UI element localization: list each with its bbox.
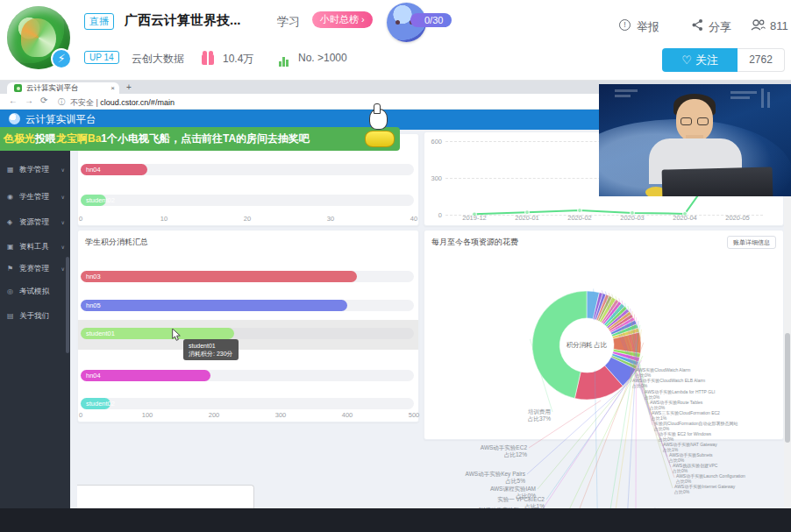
y-tick: 600 (426, 138, 442, 145)
bar-hn04[interactable]: hn04 (81, 164, 147, 175)
x-tick: 0 (68, 215, 94, 223)
sidebar-item-contest[interactable]: ⚑竞赛管理∨ (0, 262, 70, 275)
pie-label: AWS动手实验Internet Gateway占比0% (674, 485, 735, 495)
logo-swirl (21, 18, 56, 57)
sidebar-scrollbar[interactable] (66, 257, 69, 353)
chevron-down-icon: ∨ (61, 241, 65, 254)
pie-label-pct: 占比0% (448, 493, 536, 500)
bar-hn04[interactable]: hn04 (81, 370, 210, 381)
y-tick: 300 (426, 174, 442, 182)
pie-label-name: AWS课程实验IAM (448, 486, 536, 493)
up-level-badge: UP 14 (84, 51, 119, 64)
sidebar-item-label: 教学管理 (19, 163, 49, 176)
pie-label-pct: 占比12% (439, 451, 527, 458)
streamer-logo[interactable]: ⚡ (7, 6, 70, 69)
browser-status-bubble (77, 485, 254, 508)
chart-title: 学生积分消耗汇总 (85, 237, 148, 248)
bar-hn03[interactable]: hn03 (81, 271, 357, 282)
pie-label-name: AWS动手实验EC2 (439, 444, 527, 451)
pie-label: AWS动手实验Launch Configuration占比0% (676, 474, 745, 485)
pie-label: AWS三车实验CloudFormation EC2占比1% (652, 411, 720, 422)
x-tick: 300 (267, 411, 294, 419)
bar-hn05[interactable]: hn05 (81, 300, 347, 311)
bar-student02[interactable]: student02 (81, 398, 110, 409)
forward-icon[interactable]: → (25, 96, 33, 105)
sidebar-item-label: 考试模拟 (19, 285, 49, 298)
pie-label: AWS动手实验NAT Gateway占比1% (663, 443, 717, 453)
pie-label: 培训费用占比37% (463, 408, 551, 422)
rank-bars-icon (279, 51, 289, 67)
sidebar-item-label: 资料工具 (19, 240, 49, 253)
security-label: 不安全 (70, 98, 94, 107)
chevron-down-icon: ∨ (61, 263, 65, 276)
bar-student01[interactable]: student01 (81, 328, 234, 339)
sidebar-item-tools[interactable]: ▣资料工具∨ (0, 240, 70, 253)
sidebar-item-about[interactable]: ▤关于我们 (0, 309, 70, 323)
hover-tooltip: student01消耗积分: 230分 (183, 339, 239, 360)
tooltip-line1: student01 (189, 342, 233, 350)
rank-number: No. >1000 (298, 52, 347, 64)
about-icon: ▤ (7, 309, 14, 323)
gifter-name: 色极光 (4, 132, 35, 145)
sidebar-item-label: 资源管理 (19, 216, 49, 229)
viewers-icon (751, 18, 766, 32)
new-tab-button[interactable]: + (126, 82, 132, 92)
x-tick: 30 (317, 215, 344, 223)
hour-rank-pill[interactable]: 小时总榜 › (312, 11, 373, 28)
gift-icon (202, 54, 214, 65)
chevron-down-icon: ∨ (61, 164, 65, 177)
screen: ⚡ 直播 广西云计算世界技... 学习 小时总榜 › 0/30 ! 举报 分享 … (0, 0, 791, 532)
info-icon[interactable]: ⓘ (58, 97, 65, 107)
up-name[interactable]: 云创大数据 (132, 52, 184, 67)
tab-title: 云计算实训平台 (26, 83, 79, 92)
scrollbar-thumb[interactable] (785, 333, 790, 443)
pie-label-pct: 占比0% (650, 406, 702, 411)
pie-label: AWS实验CloudWatch Alarm占比0% (636, 368, 690, 379)
pie-label-pct: 占比0% (632, 384, 705, 389)
report-icon[interactable]: ! (619, 19, 631, 31)
viewers-count: 811 (770, 19, 788, 32)
target-name: 龙宝啊Ba (56, 132, 101, 145)
pie-label: AWS动手实验CloudWatch ELB Alarm占比0% (632, 379, 705, 389)
sidebar-item-label: 关于我们 (19, 309, 49, 323)
refresh-icon[interactable]: ⟳ (40, 96, 47, 105)
x-tick: 2020-01 (511, 214, 543, 222)
category-link[interactable]: 学习 (277, 14, 300, 30)
pie-label: AWS动手实验Route Tables占比0% (650, 401, 702, 411)
x-tick: 2020-03 (616, 214, 648, 222)
pie-label-pct: 占比0% (654, 427, 738, 432)
bar-student02[interactable]: student02 (81, 195, 106, 206)
pie-label-pct: 占比5% (438, 478, 525, 485)
sidebar-item-resources[interactable]: ◈资源管理∨ (0, 216, 70, 229)
students-icon: ◉ (7, 190, 13, 203)
x-tick: 100 (134, 411, 160, 419)
pie-label: AWS动手实验Key Pairs占比5% (438, 471, 525, 484)
gift-count: 10.4万 (223, 52, 253, 67)
battle-score-pill: 0/30 (410, 13, 452, 27)
data-point[interactable] (578, 209, 582, 213)
share-label[interactable]: 分享 (709, 19, 731, 35)
laptop (662, 167, 773, 196)
sidebar-item-label: 学生管理 (19, 190, 49, 203)
pie-center-label: 积分消耗 占比 (547, 341, 626, 350)
url-text[interactable]: cloud.cstor.cn/#/main (100, 98, 175, 107)
mouse-cursor (171, 329, 182, 341)
heart-icon: ♡ (681, 53, 695, 67)
sidebar-item-label: 竞赛管理 (19, 262, 49, 275)
x-tick: 2020-05 (722, 214, 753, 222)
lightning-badge-icon: ⚡ (51, 48, 72, 69)
follow-button[interactable]: ♡ 关注 (662, 48, 738, 72)
sidebar-item-students[interactable]: ◉学生管理∨ (0, 190, 70, 203)
tab-close-icon[interactable]: × (110, 82, 115, 94)
sidebar-item-teaching[interactable]: ▦教学管理∨ (0, 163, 70, 176)
browser-tab[interactable]: 云计算实训平台 × (7, 82, 119, 95)
share-icon[interactable] (691, 18, 704, 32)
report-label[interactable]: 举报 (637, 19, 659, 35)
gift-banner[interactable]: 色极光投喂龙宝啊Ba1个小电视飞船，点击前往TA的房间去抽奖吧 (0, 127, 400, 151)
bili-live-header: ⚡ 直播 广西云计算世界技... 学习 小时总榜 › 0/30 ! 举报 分享 … (0, 0, 791, 81)
pie-label-pct: 占比0% (674, 490, 735, 495)
back-icon[interactable]: ← (9, 96, 18, 105)
hand-bell-icon[interactable] (363, 109, 402, 151)
sidebar-item-exam[interactable]: ◎考试模拟 (0, 285, 70, 298)
chevron-down-icon: ∨ (61, 216, 65, 230)
